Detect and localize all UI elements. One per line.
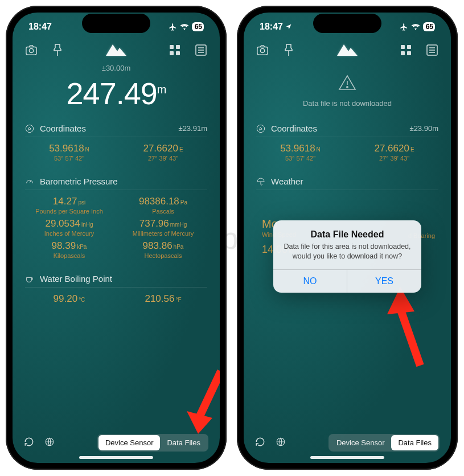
lat-decimal: 53.9618N [25,143,113,154]
umbrella-icon [256,177,265,186]
section-title: Barometric Pressure [40,177,118,186]
coords-accuracy: ±23.90m [410,124,439,133]
home-indicator [79,456,153,459]
boil-f: 210.56°F [119,293,207,305]
alert-message: Data file for this area is not downloade… [284,242,411,261]
status-right: 65 [169,22,204,31]
section-title: Coordinates [271,124,317,133]
list-icon[interactable] [426,44,438,56]
altitude-accuracy: ±30.00m [13,64,220,72]
segmented-control[interactable]: Device Sensor Data Files [329,434,440,452]
lat-dms: 53° 57' 42" [256,155,344,162]
seg-data-files[interactable]: Data Files [160,435,207,450]
svg-rect-2 [170,45,174,49]
screen-left: 18:47 65 ±30.00m 247.49m [13,13,220,463]
lon-decimal: 27.6620E [119,143,207,154]
section-coordinates: Coordinates ±23.90m 53.9618N 53° 57' 42"… [244,117,451,170]
svg-rect-16 [407,45,411,49]
section-barometric: Barometric Pressure 14.27psiPounds per S… [13,170,220,267]
battery-indicator: 65 [192,22,204,31]
annotation-arrow [380,280,437,371]
svg-line-11 [30,180,31,182]
screen-right: 18:47 65 Data file is not downloaded [244,13,451,463]
annotation-arrow [181,366,220,440]
segmented-control[interactable]: Device Sensor Data Files [97,434,208,452]
section-boiling: Water Boiling Point 99.20°C 210.56°F [13,267,220,313]
hero-altitude: ±30.00m 247.49m [13,60,220,117]
alert-no-button[interactable]: NO [273,270,347,293]
airplane-icon [400,23,408,31]
section-coordinates: Coordinates ±23.91m 53.9618N 53° 57' 42"… [13,117,220,170]
grid-icon[interactable] [400,44,412,56]
top-toolbar [13,34,220,60]
cup-icon [25,274,34,284]
phone-mockup-right: 18:47 65 Data file is not downloaded [237,6,458,470]
warning-message: Data file is not downloaded [244,99,451,108]
svg-rect-18 [407,51,411,55]
wifi-icon [411,23,420,30]
status-right: 65 [400,22,435,31]
pin-icon[interactable] [51,44,64,56]
status-time: 18:47 [28,22,52,32]
lon-dms: 27° 39' 43" [119,155,207,162]
gauge-icon [25,177,34,186]
alert-dialog: Data File Needed Data file for this area… [273,220,421,293]
notch [313,14,381,33]
seg-device-sensor[interactable]: Device Sensor [330,435,392,450]
boil-c: 99.20°C [25,293,113,305]
phone-mockup-left: 18:47 65 ±30.00m 247.49m [6,6,227,470]
globe-icon[interactable] [276,437,286,449]
svg-point-25 [257,125,264,132]
coords-accuracy: ±23.91m [179,124,208,133]
bottom-bar: Device Sensor Data Files [13,434,220,452]
refresh-icon[interactable] [24,437,34,449]
compass-icon [256,124,265,133]
status-time: 18:47 [260,22,292,32]
svg-rect-5 [176,51,180,55]
globe-icon[interactable] [44,437,55,449]
svg-point-1 [29,48,33,52]
svg-rect-4 [170,51,174,55]
alert-title: Data File Needed [284,229,411,240]
app-logo [295,40,400,60]
bottom-bar: Device Sensor Data Files [244,434,451,452]
camera-icon[interactable] [256,44,269,56]
battery-indicator: 65 [423,22,435,31]
camera-icon[interactable] [25,44,38,56]
compass-icon [25,124,34,133]
section-title: Weather [271,177,303,186]
alert-yes-button[interactable]: YES [347,270,421,293]
lat-decimal: 53.9618N [256,143,344,154]
list-icon[interactable] [195,44,207,56]
baro-grid: 14.27psiPounds per Square Inch 98386.18P… [25,196,207,259]
section-title: Coordinates [40,124,86,133]
svg-rect-17 [401,51,405,55]
lon-decimal: 27.6620E [350,143,438,154]
altitude-unit: m [157,83,166,96]
app-logo [64,40,169,60]
lon-dms: 27° 39' 43" [350,155,438,162]
section-title: Water Boiling Point [40,274,112,284]
altitude-number: 247.49 [67,76,157,110]
wifi-icon [180,23,189,30]
altitude-value: 247.49m [13,76,220,111]
lat-dms: 53° 57' 42" [25,155,113,162]
svg-point-24 [347,87,348,88]
warning-icon [338,74,357,91]
hero-warning: Data file is not downloaded [244,60,451,117]
seg-device-sensor[interactable]: Device Sensor [98,435,161,450]
location-icon [285,23,292,30]
notch [82,14,150,33]
top-toolbar [244,34,451,60]
svg-point-14 [260,48,264,52]
refresh-icon[interactable] [255,437,265,449]
grid-icon[interactable] [169,44,181,56]
seg-data-files[interactable]: Data Files [391,435,438,450]
pin-icon[interactable] [282,44,295,56]
home-indicator [310,456,384,459]
svg-rect-15 [401,45,405,49]
svg-point-10 [26,125,33,132]
svg-rect-3 [176,45,180,49]
airplane-icon [169,23,177,31]
